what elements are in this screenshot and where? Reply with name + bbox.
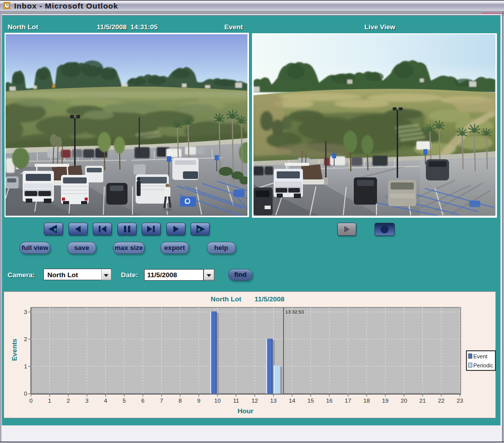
svg-text:14: 14 bbox=[289, 398, 295, 404]
svg-text:22: 22 bbox=[438, 398, 445, 404]
svg-text:e: e bbox=[198, 227, 201, 232]
svg-text:Event: Event bbox=[473, 353, 487, 359]
svg-text:20: 20 bbox=[401, 398, 407, 404]
svg-text:23: 23 bbox=[457, 398, 463, 404]
svg-text:7: 7 bbox=[160, 398, 163, 404]
svg-text:1: 1 bbox=[24, 363, 27, 369]
svg-text:3: 3 bbox=[85, 398, 88, 404]
svg-text:13:32:53: 13:32:53 bbox=[285, 309, 304, 314]
svg-text:19: 19 bbox=[382, 398, 389, 404]
svg-text:15: 15 bbox=[307, 398, 314, 404]
svg-text:0: 0 bbox=[24, 391, 27, 397]
svg-text:11/5/2008: 11/5/2008 bbox=[255, 295, 285, 303]
svg-text:Hour: Hour bbox=[237, 407, 254, 415]
svg-text:10: 10 bbox=[214, 398, 221, 404]
svg-text:11: 11 bbox=[233, 398, 239, 404]
svg-text:13: 13 bbox=[270, 398, 277, 404]
svg-text:17: 17 bbox=[345, 398, 351, 404]
svg-text:4: 4 bbox=[104, 398, 107, 404]
svg-text:1: 1 bbox=[48, 398, 51, 404]
svg-text:2: 2 bbox=[24, 336, 27, 342]
svg-text:16: 16 bbox=[326, 398, 333, 404]
svg-text:North Lot: North Lot bbox=[211, 295, 241, 303]
svg-text:3: 3 bbox=[24, 309, 27, 315]
svg-text:Events: Events bbox=[11, 339, 18, 361]
svg-text:6: 6 bbox=[141, 398, 144, 404]
svg-text:0: 0 bbox=[29, 398, 32, 404]
svg-text:2: 2 bbox=[67, 398, 70, 404]
svg-text:8: 8 bbox=[178, 398, 181, 404]
svg-text:21: 21 bbox=[419, 398, 426, 404]
svg-text:18: 18 bbox=[363, 398, 370, 404]
svg-text:12: 12 bbox=[251, 398, 258, 404]
svg-text:Periodic: Periodic bbox=[473, 362, 493, 368]
svg-text:e: e bbox=[54, 227, 57, 232]
svg-text:9: 9 bbox=[197, 398, 200, 404]
svg-text:5: 5 bbox=[122, 398, 125, 404]
